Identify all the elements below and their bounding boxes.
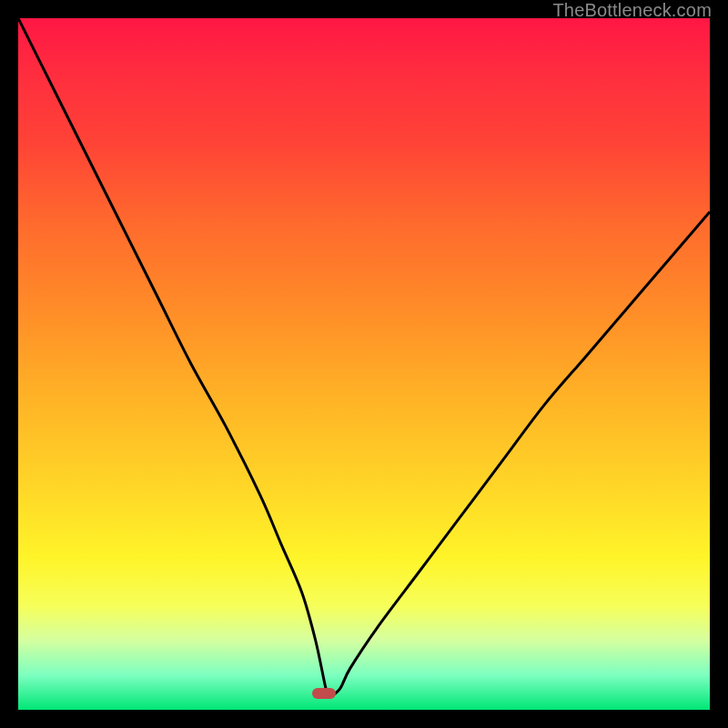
bottleneck-curve [18,18,710,696]
plot-area [18,18,710,710]
curve-svg [18,18,710,710]
chart-frame: TheBottleneck.com [0,0,728,728]
optimal-marker [312,688,336,699]
